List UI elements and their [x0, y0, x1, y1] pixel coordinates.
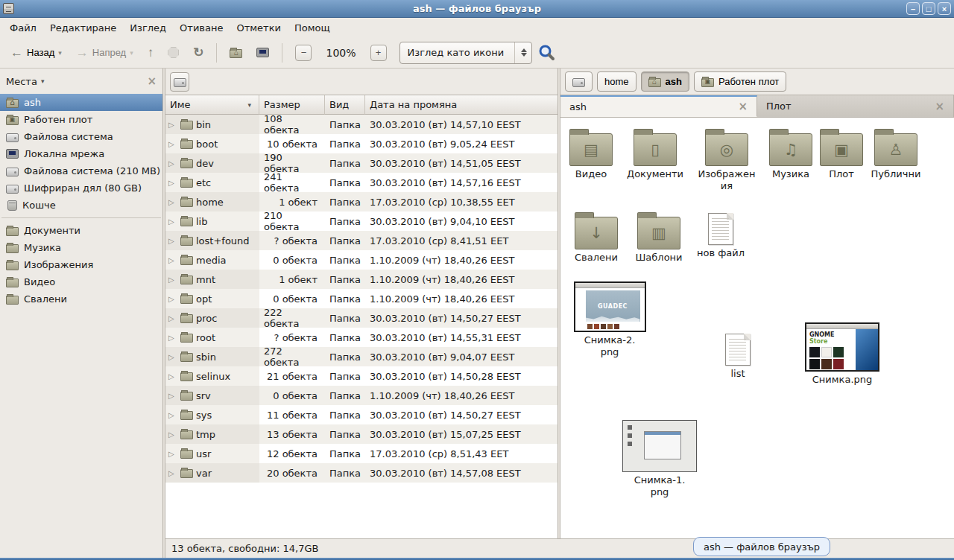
minimize-button[interactable]: – [906, 2, 920, 15]
close-button[interactable]: × [938, 2, 951, 15]
table-row[interactable]: ▷usr12 обектаПапка17.03.2010 (ср) 8,51,4… [165, 444, 557, 463]
path-button[interactable]: ash [641, 71, 689, 92]
close-tab-icon[interactable]: × [935, 100, 944, 113]
column-header[interactable]: Дата на промяна [365, 95, 557, 115]
sidebar-mode-dropdown-icon[interactable]: ▾ [41, 77, 45, 85]
tab-ash[interactable]: ash× [560, 95, 757, 117]
sidebar-item[interactable]: Документи [0, 222, 162, 239]
table-row[interactable]: ▷lib210 обектаПапка30.03.2010 (вт) 9,04,… [165, 211, 557, 231]
expander-icon[interactable]: ▷ [168, 392, 177, 400]
close-tab-icon[interactable]: × [738, 100, 748, 113]
table-row[interactable]: ▷etc241 обектаПапка30.03.2010 (вт) 14,57… [165, 173, 557, 192]
iconview-item[interactable]: ▯Документи [624, 128, 686, 180]
forward-button[interactable]: → Напред ▾ [70, 41, 139, 65]
stop-button[interactable] [162, 41, 185, 65]
maximize-button[interactable]: □ [922, 2, 935, 15]
column-header[interactable]: Име▾ [165, 95, 259, 115]
tree-root-button[interactable] [170, 72, 189, 92]
menu-go[interactable]: Отиване [173, 19, 230, 36]
iconview-item[interactable]: ▤Видео [561, 128, 621, 180]
computer-button[interactable] [250, 41, 275, 65]
sidebar-item[interactable]: Файлова система [0, 128, 162, 145]
up-button[interactable]: ↑ [142, 41, 160, 65]
sidebar-item[interactable]: Кошче [0, 197, 162, 214]
table-row[interactable]: ▷proc222 обектаПапка30.03.2010 (вт) 14,5… [165, 308, 557, 328]
sidebar-item[interactable]: Работен плот [0, 111, 162, 128]
expander-icon[interactable]: ▷ [168, 430, 177, 439]
expander-icon[interactable]: ▷ [168, 140, 177, 148]
iconview-item[interactable]: нов файл [691, 213, 751, 259]
search-button[interactable] [534, 41, 560, 65]
expander-icon[interactable]: ▷ [168, 314, 177, 322]
iconview-item[interactable]: ▣Плот [812, 128, 871, 180]
column-header[interactable]: Вид [325, 95, 365, 115]
sidebar-item[interactable]: Файлова система (210 MB) [0, 162, 162, 179]
expander-icon[interactable]: ▷ [168, 469, 177, 477]
table-row[interactable]: ▷selinux21 обектаПапка30.03.2010 (вт) 14… [165, 366, 557, 386]
sidebar-item[interactable]: Свалени [0, 290, 162, 308]
expander-icon[interactable]: ▷ [168, 450, 177, 458]
table-row[interactable]: ▷root? обектаПапка30.03.2010 (вт) 14,55,… [165, 328, 557, 347]
zoom-in-button[interactable]: + [364, 41, 393, 65]
table-row[interactable]: ▷sys11 обектаПапка30.03.2010 (вт) 14,50,… [165, 405, 557, 424]
reload-button[interactable]: ↻ [187, 41, 209, 65]
sidebar-close-icon[interactable]: × [147, 74, 157, 88]
expander-icon[interactable]: ▷ [168, 237, 177, 245]
back-dropdown-icon[interactable]: ▾ [58, 49, 62, 57]
sidebar-item[interactable]: Изображения [0, 256, 162, 273]
sidebar-item[interactable]: Видео [0, 273, 162, 290]
expander-icon[interactable]: ▷ [168, 353, 177, 361]
table-row[interactable]: ▷srv0 обектаПапка1.10.2009 (чт) 18,40,26… [165, 386, 557, 405]
table-row[interactable]: ▷dev190 обектаПапка30.03.2010 (вт) 14,51… [165, 153, 557, 173]
expander-icon[interactable]: ▷ [168, 198, 177, 206]
sidebar-item[interactable]: Локална мрежа [0, 145, 162, 162]
iconview-item[interactable]: list [708, 334, 768, 380]
view-mode-select[interactable]: Изглед като икони [399, 42, 532, 64]
sidebar-title[interactable]: Места [6, 76, 37, 87]
iconview-item[interactable]: Снимка-1. png [622, 420, 697, 499]
expander-icon[interactable]: ▷ [168, 411, 177, 419]
path-button[interactable]: Работен плот [694, 71, 786, 92]
expander-icon[interactable]: ▷ [168, 121, 177, 129]
table-row[interactable]: ▷bin108 обектаПапка30.03.2010 (вт) 14,57… [165, 115, 557, 134]
expander-icon[interactable]: ▷ [168, 159, 177, 168]
expander-icon[interactable]: ▷ [168, 295, 177, 303]
iconview-item[interactable]: ♙Публични [865, 128, 927, 180]
path-button[interactable]: home [597, 71, 636, 92]
menu-file[interactable]: Файл [3, 19, 43, 36]
menu-help[interactable]: Помощ [288, 19, 337, 36]
back-button[interactable]: ← Назад ▾ [4, 41, 68, 65]
path-button[interactable] [565, 71, 593, 92]
expander-icon[interactable]: ▷ [168, 256, 177, 264]
sidebar-item[interactable]: Шифриран дял (80 GB) [0, 179, 162, 197]
table-row[interactable]: ▷home1 обектПапка17.03.2010 (ср) 10,38,5… [165, 192, 557, 211]
tab-Плот[interactable]: Плот× [757, 95, 954, 117]
sidebar-item[interactable]: Музика [0, 239, 162, 256]
table-row[interactable]: ▷tmp13 обектаПапка30.03.2010 (вт) 15,07,… [165, 424, 557, 444]
expander-icon[interactable]: ▷ [168, 217, 177, 226]
iconview-item[interactable]: GNOME StoreСнимка.png [805, 322, 879, 386]
table-row[interactable]: ▷sbin272 обектаПапка30.03.2010 (вт) 9,04… [165, 347, 557, 366]
expander-icon[interactable]: ▷ [168, 334, 177, 342]
menu-edit[interactable]: Редактиране [43, 19, 123, 36]
menu-view[interactable]: Изглед [123, 19, 173, 36]
iconview-item[interactable]: ↓Свалени [566, 211, 626, 264]
table-row[interactable]: ▷media0 обектаПапка1.10.2009 (чт) 18,40,… [165, 250, 557, 270]
home-button[interactable] [224, 41, 248, 65]
table-row[interactable]: ▷mnt1 обектПапка1.10.2009 (чт) 18,40,26 … [165, 270, 557, 289]
column-header[interactable]: Размер [259, 95, 325, 115]
menu-bookmarks[interactable]: Отметки [230, 19, 287, 36]
table-row[interactable]: ▷lost+found? обектаПапка17.03.2010 (ср) … [165, 231, 557, 250]
table-row[interactable]: ▷var20 обектаПапка30.03.2010 (вт) 14,57,… [165, 463, 557, 483]
sidebar-item[interactable]: ash [0, 94, 162, 111]
iconview-item[interactable]: GUADECСнимка-2. png [572, 281, 647, 359]
expander-icon[interactable]: ▷ [168, 179, 177, 187]
titlebar[interactable]: ash — файлов браузър –□× [0, 0, 954, 18]
table-row[interactable]: ▷opt0 обектаПапка1.10.2009 (чт) 18,40,26… [165, 289, 557, 308]
expander-icon[interactable]: ▷ [168, 276, 177, 284]
expander-icon[interactable]: ▷ [168, 372, 177, 381]
iconview-item[interactable]: ▥Шаблони [629, 211, 689, 264]
table-row[interactable]: ▷boot10 обектаПапка30.03.2010 (вт) 9,05,… [165, 134, 557, 153]
zoom-out-button[interactable]: − [289, 41, 318, 65]
iconview-item[interactable]: ◎Изображен ия [695, 128, 758, 193]
